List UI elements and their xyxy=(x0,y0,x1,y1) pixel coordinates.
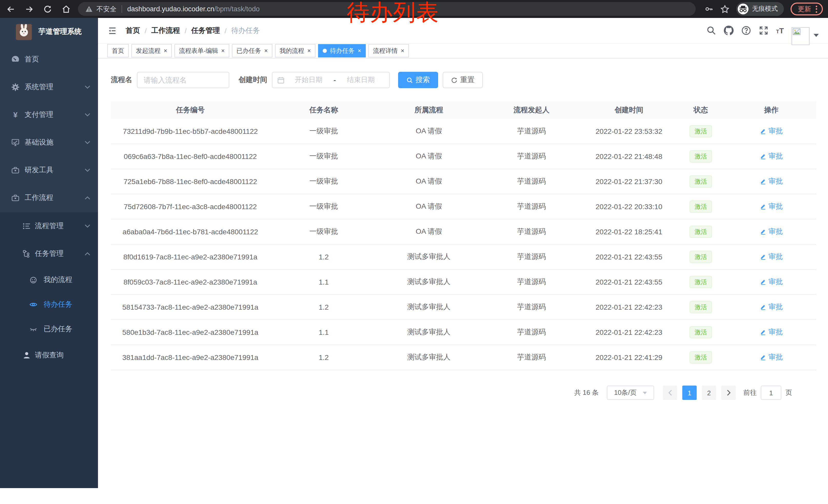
approve-label: 审批 xyxy=(769,303,783,312)
cell-status: 激活 xyxy=(675,250,727,263)
approve-link[interactable]: 审批 xyxy=(760,227,783,236)
tags-view: 首页 发起流程× 流程表单-编辑× 已办任务× 我的流程× 待办任务× 流程详情… xyxy=(98,44,828,58)
filter-form: 流程名 创建时间 开始日期 - 结束日期 搜索 xyxy=(111,72,816,88)
sidebar-item-system[interactable]: 系统管理 xyxy=(0,73,98,101)
tab-home[interactable]: 首页 xyxy=(107,44,129,57)
cell-process-name: 测试多审批人 xyxy=(378,303,480,312)
help-icon[interactable] xyxy=(741,26,751,35)
approve-link[interactable]: 审批 xyxy=(760,177,783,186)
close-icon[interactable]: × xyxy=(307,48,311,54)
address-bar[interactable]: 不安全 dashboard.yudao.iocoder.cn/bpm/task/… xyxy=(78,2,696,16)
active-dot xyxy=(323,49,327,53)
page-size-select[interactable]: 10条/页 xyxy=(607,385,654,400)
breadcrumb-item[interactable]: 任务管理 xyxy=(191,26,220,35)
update-button[interactable]: 更新 xyxy=(791,3,823,15)
goto-label: 前往 xyxy=(743,388,757,397)
cell-actions: 审批 xyxy=(727,227,816,237)
fullscreen-icon[interactable] xyxy=(758,26,768,35)
status-badge: 激活 xyxy=(690,326,712,339)
date-range-input[interactable]: 开始日期 - 结束日期 xyxy=(272,72,390,88)
close-icon[interactable]: × xyxy=(164,48,167,54)
table-row: 8f059c03-7ac8-11ec-a9e2-a2380e71991a 1.1… xyxy=(111,270,816,295)
close-icon[interactable]: × xyxy=(401,48,404,54)
tab-my-process[interactable]: 我的流程× xyxy=(275,44,316,57)
reload-icon[interactable] xyxy=(43,4,52,13)
cell-task-name: 1.1 xyxy=(270,278,378,286)
cell-task-id: 73211d9d-7b9b-11ec-b5b7-acde48001122 xyxy=(111,127,270,135)
range-separator: - xyxy=(332,76,337,84)
sidebar-item-payment[interactable]: ¥ 支付管理 xyxy=(0,101,98,129)
avatar-caret-icon[interactable] xyxy=(814,34,819,37)
back-icon[interactable] xyxy=(6,4,15,13)
sidebar-item-todo-task[interactable]: 待办任务 xyxy=(0,292,98,317)
breadcrumb-item[interactable]: 首页 xyxy=(126,26,140,35)
page-button-1[interactable]: 1 xyxy=(682,385,697,400)
tab-label: 流程表单-编辑 xyxy=(179,46,218,55)
sidebar-item-my-process[interactable]: 我的流程 xyxy=(0,268,98,292)
github-icon[interactable] xyxy=(723,26,733,35)
approve-link[interactable]: 审批 xyxy=(760,202,783,211)
close-icon[interactable]: × xyxy=(221,48,225,54)
forward-icon[interactable] xyxy=(25,4,34,13)
app-title: 芋道管理系统 xyxy=(38,27,82,36)
next-page-button[interactable] xyxy=(721,385,736,400)
tab-done-task[interactable]: 已办任务× xyxy=(232,44,273,57)
home-icon[interactable] xyxy=(61,4,71,13)
approve-link[interactable]: 审批 xyxy=(760,353,783,362)
cell-status: 激活 xyxy=(675,125,727,138)
sidebar-item-leave-query[interactable]: 请假查询 xyxy=(0,341,98,369)
tab-start-process[interactable]: 发起流程× xyxy=(131,44,172,57)
search-icon[interactable] xyxy=(706,26,716,35)
sidebar-item-done-task[interactable]: 已办任务 xyxy=(0,317,98,341)
font-size-icon[interactable]: TT xyxy=(776,26,784,35)
tab-form-edit[interactable]: 流程表单-编辑× xyxy=(174,44,229,57)
sidebar-item-workflow[interactable]: 工作流程 xyxy=(0,184,98,212)
tab-process-detail[interactable]: 流程详情× xyxy=(368,44,409,57)
avatar[interactable] xyxy=(792,27,810,45)
sidebar-item-task-mgmt[interactable]: 任务管理 xyxy=(0,240,98,268)
table-row: 069c6a63-7b8a-11ec-8ef0-acde48001122 一级审… xyxy=(111,144,816,169)
approve-link[interactable]: 审批 xyxy=(760,127,783,136)
cell-actions: 审批 xyxy=(727,152,816,161)
tab-todo-task[interactable]: 待办任务× xyxy=(318,44,366,57)
approve-link[interactable]: 审批 xyxy=(760,152,783,161)
approve-link[interactable]: 审批 xyxy=(760,252,783,262)
hamburger-icon[interactable] xyxy=(108,26,117,35)
approve-link[interactable]: 审批 xyxy=(760,303,783,312)
close-icon[interactable]: × xyxy=(264,48,268,54)
cell-starter: 芋道源码 xyxy=(480,227,583,236)
cell-process-name: OA 请假 xyxy=(378,152,480,161)
reset-button[interactable]: 重置 xyxy=(443,72,483,88)
prev-page-button[interactable] xyxy=(663,385,677,400)
close-icon[interactable]: × xyxy=(358,48,361,54)
cell-task-name: 一级审批 xyxy=(270,177,378,186)
more-dots-icon[interactable] xyxy=(816,5,817,12)
cell-task-name: 1.1 xyxy=(270,328,378,336)
user-icon xyxy=(23,351,31,359)
search-button-label: 搜索 xyxy=(416,75,430,85)
app-logo-row[interactable]: 芋道管理系统 xyxy=(0,18,98,46)
page-button-2[interactable]: 2 xyxy=(702,385,716,400)
process-name-input[interactable] xyxy=(137,72,229,88)
security-label[interactable]: 不安全 xyxy=(96,4,117,13)
url-host: dashboard.yudao.iocoder.cn xyxy=(127,5,214,13)
status-badge: 激活 xyxy=(690,250,712,263)
table-header: 任务编号 任务名称 所属流程 流程发起人 创建时间 状态 操作 xyxy=(111,101,816,119)
sidebar-item-process-mgmt[interactable]: 流程管理 xyxy=(0,212,98,240)
sidebar-item-infrastructure[interactable]: 基础设施 xyxy=(0,129,98,156)
approve-link[interactable]: 审批 xyxy=(760,328,783,337)
sidebar-item-home[interactable]: 首页 xyxy=(0,46,98,73)
approve-link[interactable]: 审批 xyxy=(760,277,783,287)
cell-actions: 审批 xyxy=(727,353,816,362)
cell-create-time: 2022-01-21 22:42:23 xyxy=(583,303,675,311)
approve-label: 审批 xyxy=(769,202,783,211)
breadcrumb-item[interactable]: 工作流程 xyxy=(151,26,180,35)
cell-task-name: 一级审批 xyxy=(270,127,378,136)
goto-page-input[interactable] xyxy=(761,385,781,400)
key-icon[interactable] xyxy=(705,5,714,13)
search-button[interactable]: 搜索 xyxy=(398,72,438,88)
approve-label: 审批 xyxy=(769,277,783,287)
star-icon[interactable] xyxy=(720,4,730,13)
sidebar-item-dev-tools[interactable]: 研发工具 xyxy=(0,156,98,184)
cell-create-time: 2022-01-21 22:42:23 xyxy=(583,328,675,336)
